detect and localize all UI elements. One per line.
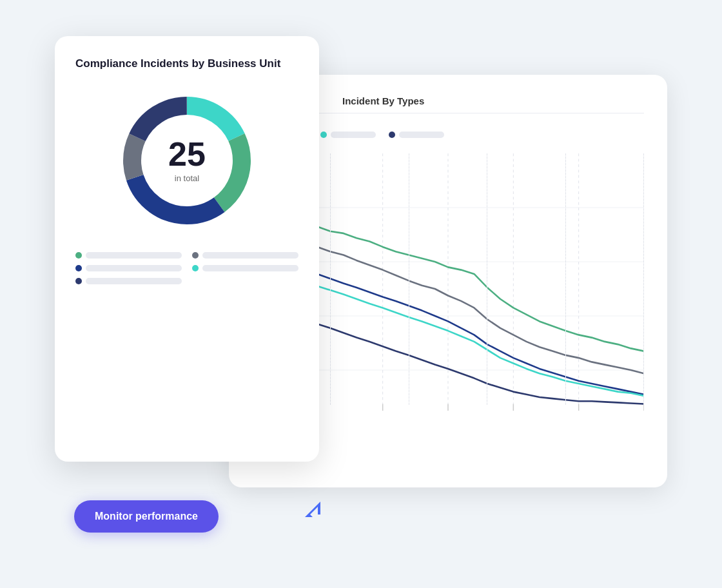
legend-navy bbox=[75, 278, 182, 284]
legend-gray bbox=[192, 252, 298, 259]
donut-chart-container: 25 in total bbox=[75, 90, 298, 231]
grid-v-line bbox=[487, 153, 487, 405]
grid-v-line bbox=[330, 153, 331, 405]
tab-incident-types[interactable]: Incident By Types bbox=[342, 95, 424, 113]
bar-blue bbox=[86, 265, 182, 271]
donut-total: 25 bbox=[168, 137, 206, 171]
grid-v-line bbox=[643, 153, 644, 405]
arrow-pointer-icon bbox=[300, 496, 326, 525]
legend-dot-navy bbox=[389, 132, 395, 138]
card-front-legend bbox=[75, 252, 298, 284]
grid-v-line bbox=[565, 153, 566, 405]
legend-blue bbox=[75, 265, 182, 271]
legend-item-2 bbox=[320, 132, 376, 138]
bar-green bbox=[86, 252, 182, 259]
grid-v-line bbox=[409, 153, 409, 405]
svg-marker-21 bbox=[305, 502, 320, 517]
dot-navy bbox=[75, 278, 82, 284]
bar-navy bbox=[86, 278, 182, 284]
donut-label: in total bbox=[168, 173, 206, 183]
legend-green bbox=[75, 252, 182, 259]
donut-center: 25 in total bbox=[168, 137, 206, 183]
bar-gray bbox=[202, 252, 298, 259]
monitor-performance-button[interactable]: Monitor performance bbox=[74, 500, 219, 533]
legend-cyan bbox=[192, 265, 298, 271]
legend-item-3 bbox=[389, 132, 444, 138]
card-front: Compliance Incidents by Business Unit 25… bbox=[55, 36, 319, 462]
dot-gray bbox=[192, 252, 199, 259]
dot-green bbox=[75, 252, 82, 259]
bar-cyan bbox=[202, 265, 298, 271]
legend-bar-3 bbox=[399, 132, 444, 138]
legend-dot-cyan bbox=[320, 132, 327, 138]
legend-bar-2 bbox=[331, 132, 376, 138]
scene: Business Unit Incident By Types bbox=[55, 36, 667, 552]
card-title: Compliance Incidents by Business Unit bbox=[75, 57, 298, 72]
dot-blue bbox=[75, 265, 82, 271]
dot-cyan bbox=[192, 265, 199, 271]
